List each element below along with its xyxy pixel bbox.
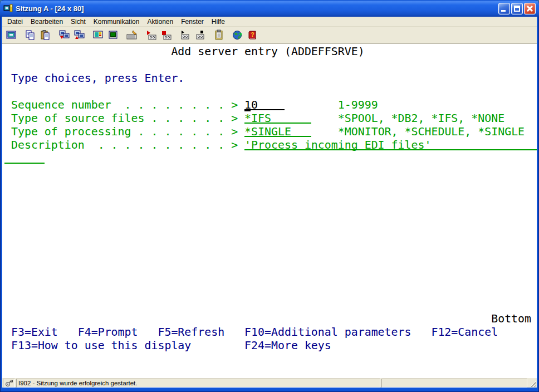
menu-bar: Datei Bearbeiten Sicht Kommunikation Akt… bbox=[2, 17, 537, 27]
help-button[interactable]: ? bbox=[246, 28, 260, 42]
stop-macro-button[interactable] bbox=[159, 28, 173, 42]
input-description[interactable]: 'Process incoming EDI files' bbox=[244, 139, 537, 150]
session-terminal-icon bbox=[3, 3, 13, 13]
copy-icon bbox=[24, 30, 36, 41]
input-sequence-number[interactable]: 10 bbox=[244, 99, 285, 110]
play-macro-button[interactable] bbox=[178, 28, 192, 42]
record-macro-button[interactable] bbox=[144, 28, 158, 42]
minimize-icon bbox=[501, 10, 506, 12]
session-window: Sitzung A - [24 x 80] Datei Bearbeiten S… bbox=[0, 0, 539, 392]
copy-button[interactable] bbox=[23, 28, 37, 42]
instruction-line: Type choices, press Enter. bbox=[4, 72, 184, 85]
label-type-of-processing: Type of processing . . . . . . . > bbox=[4, 125, 244, 138]
help-icon: ? bbox=[247, 30, 258, 41]
choices-type-of-processing: *MONITOR, *SCHEDULE, *SINGLE bbox=[338, 125, 525, 138]
menu-aktionen[interactable]: Aktionen bbox=[143, 17, 177, 26]
label-sequence-number: Sequence number . . . . . . . . > bbox=[4, 99, 244, 111]
terminal-cursor bbox=[244, 109, 251, 111]
color-setup-button[interactable] bbox=[91, 28, 105, 42]
pause-macro-icon bbox=[194, 30, 205, 41]
screen-title: Add server entry (ADDEFFSRVE) bbox=[4, 45, 365, 58]
menu-sicht[interactable]: Sicht bbox=[67, 17, 90, 26]
input-type-of-processing[interactable]: *SINGLE bbox=[244, 125, 311, 137]
clipboard-button[interactable] bbox=[212, 28, 226, 42]
terminal-screen[interactable]: Add server entry (ADDEFFSRVE) Type choic… bbox=[2, 44, 537, 378]
choices-sequence-number: 1-9999 bbox=[338, 99, 378, 111]
input-description-continuation[interactable] bbox=[4, 152, 45, 164]
svg-text:?: ? bbox=[251, 32, 254, 38]
new-session-button[interactable] bbox=[4, 28, 18, 42]
clipboard-icon bbox=[213, 30, 224, 41]
window-title: Sitzung A - [24 x 80] bbox=[16, 4, 498, 13]
display-setup-icon bbox=[107, 30, 119, 41]
web-help-icon: ? bbox=[232, 30, 243, 41]
new-session-icon bbox=[6, 30, 17, 41]
status-extra-panel bbox=[381, 379, 527, 388]
send-file-button[interactable] bbox=[57, 28, 71, 42]
color-setup-icon bbox=[92, 30, 104, 41]
title-bar[interactable]: Sitzung A - [24 x 80] bbox=[0, 0, 539, 17]
svg-text:?: ? bbox=[238, 32, 242, 38]
label-type-of-source-files: Type of source files . . . . . . > bbox=[4, 112, 244, 125]
input-type-of-source-files[interactable]: *IFS bbox=[244, 112, 311, 124]
record-macro-icon bbox=[145, 30, 156, 41]
pause-macro-button[interactable] bbox=[193, 28, 207, 42]
menu-datei[interactable]: Datei bbox=[3, 17, 27, 26]
menu-fenster[interactable]: Fenster bbox=[177, 17, 208, 26]
menu-kommunikation[interactable]: Kommunikation bbox=[90, 17, 144, 26]
bottom-indicator: Bottom bbox=[4, 312, 531, 325]
paste-icon bbox=[40, 30, 51, 41]
label-description: Description . . . . . . . . . . > bbox=[4, 139, 244, 151]
minimize-button[interactable] bbox=[498, 3, 510, 14]
menu-bearbeiten[interactable]: Bearbeiten bbox=[27, 17, 67, 26]
connection-status-panel bbox=[3, 379, 15, 388]
menu-hilfe[interactable]: Hilfe bbox=[208, 17, 229, 26]
receive-file-icon bbox=[74, 30, 85, 41]
maximize-button[interactable] bbox=[511, 3, 523, 14]
toolbar: ? ? bbox=[2, 27, 537, 44]
display-setup-button[interactable] bbox=[106, 28, 120, 42]
stop-macro-icon bbox=[160, 30, 171, 41]
keyboard-setup-button[interactable] bbox=[125, 28, 139, 42]
web-help-button[interactable]: ? bbox=[231, 28, 245, 42]
status-message: I902 - Sitzung wurde erfolgreich gestart… bbox=[16, 379, 380, 388]
paste-button[interactable] bbox=[38, 28, 52, 42]
status-bar: I902 - Sitzung wurde erfolgreich gestart… bbox=[2, 378, 537, 388]
window-client-area: Datei Bearbeiten Sicht Kommunikation Akt… bbox=[2, 17, 537, 388]
connection-status-icon bbox=[5, 380, 13, 387]
function-keys-line-1: F3=Exit F4=Prompt F5=Refresh F10=Additio… bbox=[4, 326, 498, 339]
close-button[interactable] bbox=[524, 3, 536, 14]
resize-grip[interactable] bbox=[528, 379, 536, 388]
maximize-icon bbox=[514, 6, 520, 12]
play-macro-icon bbox=[179, 30, 190, 41]
choices-type-of-source-files: *SPOOL, *DB2, *IFS, *NONE bbox=[338, 112, 504, 125]
keyboard-setup-icon bbox=[126, 30, 138, 41]
function-keys-line-2: F13=How to use this display F24=More key… bbox=[4, 339, 331, 352]
send-file-icon bbox=[58, 30, 70, 41]
receive-file-button[interactable] bbox=[72, 28, 86, 42]
